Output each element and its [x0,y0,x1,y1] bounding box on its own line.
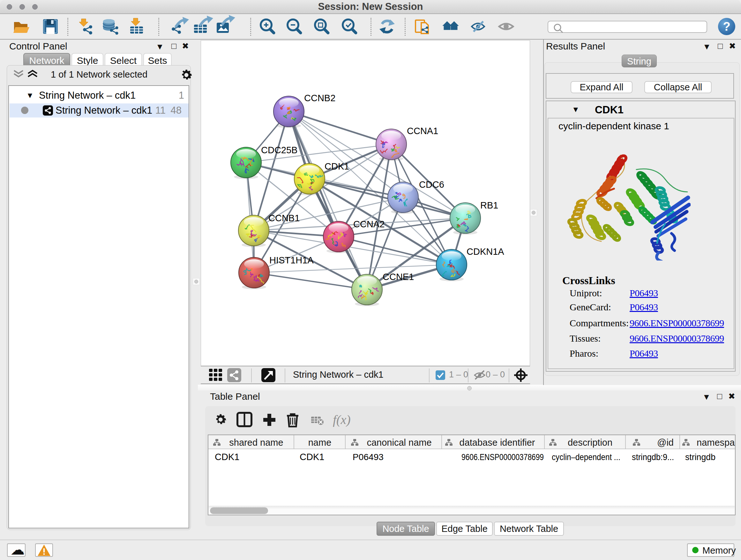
svg-text:@id: @id [657,437,674,448]
svg-text:CDC25B: CDC25B [261,145,297,155]
svg-text:shared name: shared name [229,437,283,448]
svg-text:canonical name: canonical name [367,437,431,448]
svg-text:stringdb:9...: stringdb:9... [632,452,674,462]
svg-text:cyclin–dependent ...: cyclin–dependent ... [552,452,620,462]
svg-text:CCNE1: CCNE1 [383,272,414,282]
svg-text:P06493: P06493 [353,452,384,462]
svg-text:CCNB1: CCNB1 [268,213,300,223]
svg-text:CDK1: CDK1 [300,452,324,462]
svg-text:stringdb: stringdb [685,452,716,462]
svg-text:database identifier: database identifier [460,437,535,448]
svg-text:CCNB2: CCNB2 [304,93,335,103]
svg-text:f(x): f(x) [333,413,351,427]
svg-text:RB1: RB1 [480,200,498,210]
svg-text:name: name [308,437,332,448]
svg-text:9606.ENSP00000378699: 9606.ENSP00000378699 [461,452,544,462]
svg-text:CCNA2: CCNA2 [353,219,385,229]
svg-text:CDKN1A: CDKN1A [467,246,504,257]
svg-text:HIST1H1A: HIST1H1A [269,255,314,265]
svg-text:description: description [568,437,612,448]
svg-text:CCNA1: CCNA1 [407,126,438,136]
svg-text:namespace: namespace [697,437,735,448]
svg-text:CDK1: CDK1 [325,161,349,172]
svg-text:CDK1: CDK1 [215,452,239,462]
svg-text:CDC6: CDC6 [419,179,444,190]
